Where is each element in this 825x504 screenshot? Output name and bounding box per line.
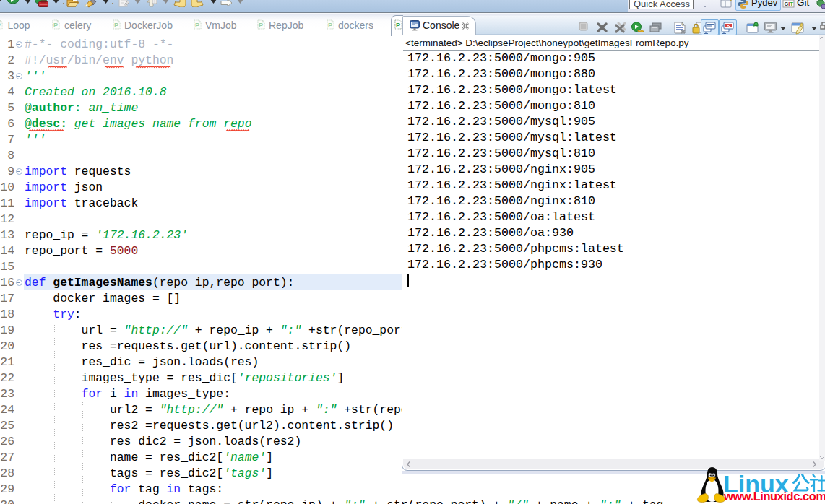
svg-text:P: P: [53, 22, 58, 29]
svg-text:P: P: [328, 22, 332, 29]
svg-text:P: P: [114, 22, 118, 29]
svg-text:GIT: GIT: [785, 1, 794, 7]
svg-text:P: P: [259, 22, 263, 29]
svg-text:P: P: [396, 22, 400, 29]
svg-text:P: P: [195, 22, 199, 29]
svg-text:P: P: [0, 22, 1, 29]
